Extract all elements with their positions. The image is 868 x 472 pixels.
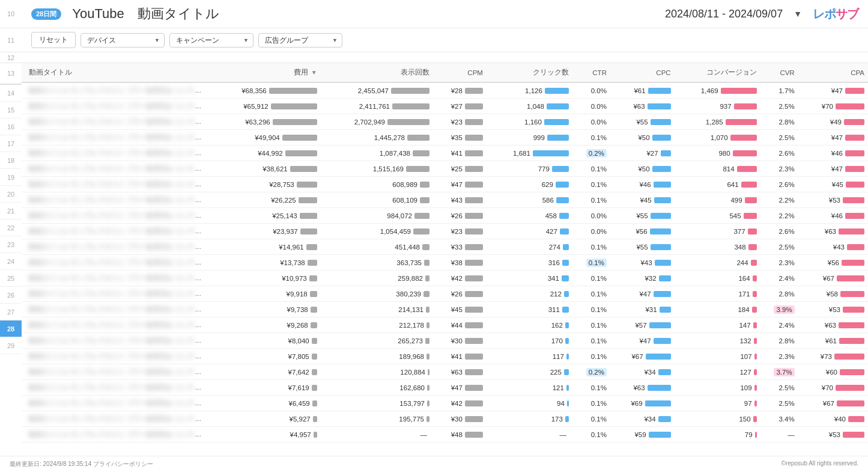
cell-cpc: ¥32 <box>610 271 675 286</box>
col-header-cpa: CPA <box>798 63 868 82</box>
cell-clicks: 94 <box>487 396 572 411</box>
table-row: 動画タイトル サンプル テキスト ブラー処理済み コンテンツ 13 ¥10,97… <box>22 271 868 286</box>
cell-cvr: 2.5% <box>760 99 798 114</box>
cell-conv: 641 <box>675 177 760 192</box>
cell-ctr: 0.1% <box>572 411 610 427</box>
cell-cvr: 2.8% <box>760 114 798 130</box>
cell-impressions: 162,680 <box>321 380 433 396</box>
cell-cvr: 2.5% <box>760 396 798 411</box>
cell-cpa: ¥63 <box>798 317 868 333</box>
cell-cpa: ¥67 <box>798 396 868 411</box>
footer-left: 最終更新日: 2024/9/8 19:35:14 プライバシーポリシー <box>10 460 153 468</box>
cell-cpa: ¥70 <box>798 99 868 114</box>
cell-cost: ¥44,992 <box>208 146 321 161</box>
adgroup-filter[interactable]: 広告グループ <box>258 33 342 48</box>
cell-conv: 814 <box>675 161 760 177</box>
cell-cvr: 2.6% <box>760 146 798 161</box>
table-row: 動画タイトル サンプル テキスト ブラー処理済み コンテンツ 5 ¥44,992… <box>22 146 868 161</box>
cell-cpm: ¥43 <box>433 192 487 208</box>
spacer-row: 12 <box>0 52 868 63</box>
cell-cvr: 2.6% <box>760 224 798 239</box>
cell-cpa: ¥53 <box>798 427 868 443</box>
cell-cvr: 2.4% <box>760 271 798 286</box>
date-dropdown-icon[interactable]: ▼ <box>794 9 802 19</box>
cell-impressions: — <box>321 427 433 443</box>
table-row: 動画タイトル サンプル テキスト ブラー処理済み コンテンツ 2 ¥65,912… <box>22 99 868 114</box>
cell-cost: ¥26,225 <box>208 192 321 208</box>
cell-conv: 171 <box>675 286 760 302</box>
table-row: 動画タイトル サンプル テキスト ブラー処理済み コンテンツ 14 ¥9,918… <box>22 286 868 302</box>
cell-cpa: ¥53 <box>798 192 868 208</box>
reset-button[interactable]: リセット <box>31 32 76 48</box>
cell-impressions: 189,968 <box>321 349 433 364</box>
cell-cpc: ¥57 <box>610 317 675 333</box>
cell-impressions: 214,131 <box>321 302 433 317</box>
cell-cpc: ¥47 <box>610 286 675 302</box>
cell-clicks: 225 <box>487 364 572 380</box>
campaign-filter[interactable]: キャンペーン <box>169 33 253 48</box>
col-header-ctr: CTR <box>572 63 610 82</box>
cell-cvr: 3.9% <box>760 302 798 317</box>
cell-ctr: 0.1% <box>572 130 610 146</box>
cell-cpa: ¥45 <box>798 177 868 192</box>
device-filter[interactable]: デバイス <box>80 33 165 48</box>
table-row: 動画タイトル サンプル テキスト ブラー処理済み コンテンツ 18 ¥7,805… <box>22 349 868 364</box>
table-row: 動画タイトル サンプル テキスト ブラー処理済み コンテンツ 7 ¥28,753… <box>22 177 868 192</box>
table-row: 動画タイトル サンプル テキスト ブラー処理済み コンテンツ 8 ¥26,225… <box>22 192 868 208</box>
cell-cpc: ¥55 <box>610 208 675 224</box>
cell-cpa: ¥60 <box>798 364 868 380</box>
cell-cpc: ¥67 <box>610 349 675 364</box>
cell-impressions: 1,087,438 <box>321 146 433 161</box>
cell-impressions: 984,072 <box>321 208 433 224</box>
cell-impressions: 608,109 <box>321 192 433 208</box>
cell-impressions: 212,178 <box>321 317 433 333</box>
cell-impressions: 380,239 <box>321 286 433 302</box>
cell-conv: 499 <box>675 192 760 208</box>
cell-cpm: ¥23 <box>433 114 487 130</box>
table-row: 動画タイトル サンプル テキスト ブラー処理済み コンテンツ 9 ¥25,143… <box>22 208 868 224</box>
cell-cost: ¥14,961 <box>208 239 321 255</box>
cell-clicks: 117 <box>487 349 572 364</box>
cell-cpm: ¥35 <box>433 130 487 146</box>
cell-title: 動画タイトル サンプル テキスト ブラー処理済み コンテンツ 5 <box>22 146 208 161</box>
row-num-12: 12 <box>0 52 22 63</box>
col-header-cost[interactable]: 費用 ▼ <box>208 63 321 82</box>
cell-cpm: ¥44 <box>433 317 487 333</box>
cell-cost: ¥9,738 <box>208 302 321 317</box>
data-table: 動画タイトル 費用 ▼ 表示回数 CPM クリック数 CTR CPC コンバージ… <box>22 63 868 443</box>
cell-cpc: ¥27 <box>610 146 675 161</box>
cell-title: 動画タイトル サンプル テキスト ブラー処理済み コンテンツ 17 <box>22 333 208 349</box>
table-row: 動画タイトル サンプル テキスト ブラー処理済み コンテンツ 10 ¥23,93… <box>22 224 868 239</box>
cell-cpa: ¥47 <box>798 161 868 177</box>
privacy-policy-link[interactable]: プライバシーポリシー <box>93 461 153 467</box>
cell-title: 動画タイトル サンプル テキスト ブラー処理済み コンテンツ 6 <box>22 161 208 177</box>
col-header-cpm: CPM <box>433 63 487 82</box>
cell-cvr: 2.5% <box>760 380 798 396</box>
row-num-10: 10 <box>0 0 22 28</box>
cell-clicks: 779 <box>487 161 572 177</box>
campaign-filter-wrapper: キャンペーン <box>169 33 253 48</box>
cell-cost: ¥13,738 <box>208 255 321 271</box>
cell-cpm: ¥48 <box>433 427 487 443</box>
table-row: 動画タイトル サンプル テキスト ブラー処理済み コンテンツ 17 ¥8,040… <box>22 333 868 349</box>
cell-impressions: 153,797 <box>321 396 433 411</box>
cell-cpa: ¥70 <box>798 380 868 396</box>
cell-ctr: 0.0% <box>572 82 610 99</box>
cell-clicks: 170 <box>487 333 572 349</box>
cell-clicks: 1,160 <box>487 114 572 130</box>
cell-impressions: 1,515,169 <box>321 161 433 177</box>
cell-cvr: 2.3% <box>760 161 798 177</box>
cell-cpm: ¥33 <box>433 239 487 255</box>
cell-ctr: 0.1% <box>572 396 610 411</box>
footer-right: ©reposub All rights reserved. <box>781 460 858 468</box>
col-header-clicks: クリック数 <box>487 63 572 82</box>
cell-cost: ¥23,937 <box>208 224 321 239</box>
cell-clicks: 629 <box>487 177 572 192</box>
cell-cost: ¥63,296 <box>208 114 321 130</box>
cell-ctr: 0.1% <box>572 349 610 364</box>
col-header-conv: コンバージョン <box>675 63 760 82</box>
col-header-title: 動画タイトル <box>22 63 208 82</box>
table-row: 動画タイトル サンプル テキスト ブラー処理済み コンテンツ 3 ¥63,296… <box>22 114 868 130</box>
date-range: 2024/08/11 - 2024/09/07 <box>665 8 783 20</box>
cell-impressions: 265,273 <box>321 333 433 349</box>
